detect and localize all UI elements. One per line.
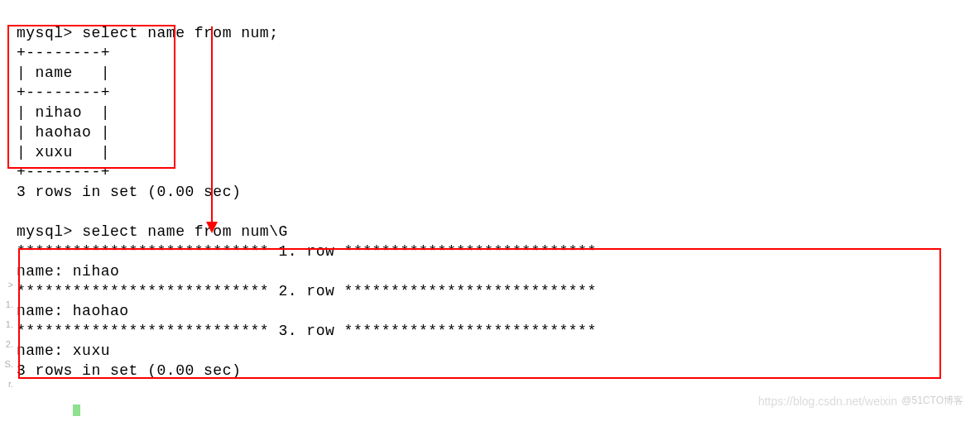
table-border: +--------+ [17, 84, 110, 101]
gutter-item: > [0, 275, 13, 294]
mysql-prompt: mysql> [17, 25, 73, 41]
status-line-2: 3 rows in set (0.00 sec) [17, 362, 241, 379]
row-delimiter-2: *************************** 2. row *****… [17, 283, 597, 299]
prompt-line-1: mysql> select name from num; [17, 25, 278, 41]
table-row: | nihao | [17, 104, 110, 121]
status-line: 3 rows in set (0.00 sec) [17, 184, 241, 200]
gutter-item: 1. [0, 314, 13, 334]
field-row: name: nihao [17, 263, 119, 280]
gutter-item: 2. [0, 334, 13, 354]
table-row: | xuxu | [17, 144, 110, 160]
gutter-item: r. [0, 374, 13, 394]
gutter-item: 1. [0, 294, 13, 314]
table-border: +--------+ [17, 45, 110, 61]
table-header: | name | [17, 65, 110, 81]
table-border: +--------+ [17, 164, 110, 180]
prompt-line-2: mysql> select name from num\G [17, 223, 288, 240]
line-gutter: > 1. 1. 2. S. r. [0, 275, 13, 394]
terminal-cursor [73, 404, 80, 416]
sql-query-1: select name from num; [82, 25, 278, 41]
sql-query-2: select name from num\G [82, 223, 288, 240]
blank-line [17, 382, 26, 399]
table-row: | haohao | [17, 124, 110, 141]
blank-line [17, 203, 26, 220]
gutter-item: S. [0, 354, 13, 374]
field-row: name: xuxu [17, 342, 110, 359]
row-delimiter-3: *************************** 3. row *****… [17, 323, 597, 339]
watermark-51cto: @51CTO博客 [901, 394, 963, 408]
mysql-prompt: mysql> [17, 223, 73, 240]
terminal-output: mysql> select name from num; +--------+ … [0, 0, 980, 420]
field-row: name: haohao [17, 303, 129, 319]
cursor-line [17, 402, 80, 419]
row-delimiter-1: *************************** 1. row *****… [17, 243, 597, 260]
watermark-csdn: https://blog.csdn.net/weixin [758, 395, 897, 408]
